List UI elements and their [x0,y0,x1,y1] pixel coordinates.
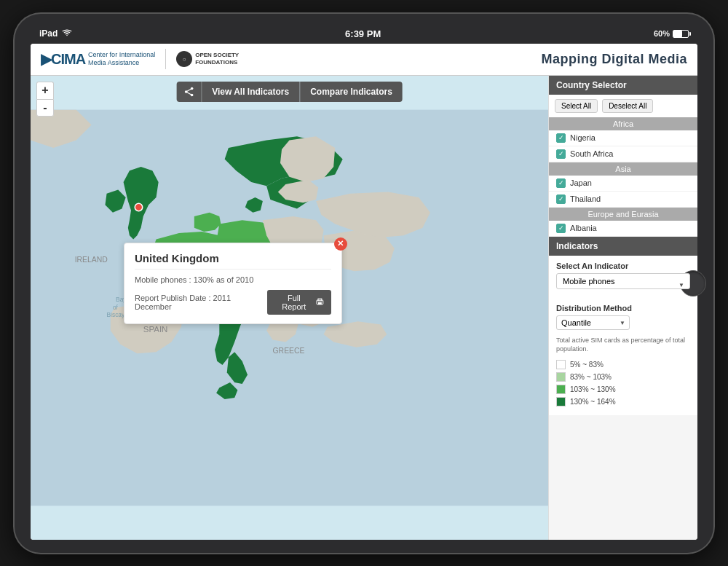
status-bar: iPad 6:39 PM 60% [31,27,697,44]
distribution-select-wrapper[interactable]: Quantile Equal Interval Natural Breaks [556,315,630,330]
legend-box-1 [556,372,566,382]
thailand-checkbox[interactable] [556,194,566,204]
popup-close-button[interactable]: ✕ [334,237,347,251]
wifi-icon [62,28,72,39]
svg-text:GREECE: GREECE [272,347,304,355]
distribution-label: Distribution Method [556,304,690,313]
distribution-select[interactable]: Quantile Equal Interval Natural Breaks [556,315,630,330]
battery-percent: 60% [654,29,670,38]
legend-label-0: 5% ~ 83% [570,361,604,369]
map-popup: ✕ United Kingdom Mobile phones : 130% as… [124,243,342,324]
logo-area: ▶CIMA Center for International Media Ass… [41,49,239,69]
cima-text: Center for International Media Assistanc… [88,51,155,67]
popup-date: Report Publish Date : 2011 December [135,294,267,311]
legend-item-3: 130% ~ 164% [556,397,690,406]
south-africa-checkbox[interactable] [556,149,566,159]
zoom-in-button[interactable]: + [36,82,54,99]
legend-box-3 [556,397,566,406]
region-header-asia: Asia [549,162,697,176]
country-item-south-africa[interactable]: South Africa [549,146,697,162]
svg-rect-18 [318,302,322,304]
zoom-controls: + - [36,82,54,117]
select-indicator-label: Select An Indicator [556,262,690,270]
svg-point-16 [135,203,142,211]
legend-box-0 [556,360,566,369]
country-selector-header: Country Selector [549,76,697,95]
svg-text:of: of [113,303,119,310]
legend-box-2 [556,385,566,394]
svg-text:Biscay: Biscay [107,311,125,318]
share-icon [183,87,194,97]
legend-label-3: 130% ~ 164% [570,398,616,406]
zoom-out-button[interactable]: - [36,99,54,117]
full-report-button[interactable]: Full Report [267,290,331,315]
osf-text: OPEN SOCIETY FOUNDATIONS [195,52,239,66]
svg-rect-19 [318,299,322,301]
ipad-frame: iPad 6:39 PM 60% ▶CIMA [15,14,713,553]
battery-icon [673,30,689,38]
ipad-screen: ▶CIMA Center for International Media Ass… [31,44,697,540]
country-name-japan: Japan [570,178,592,187]
indicator-select[interactable]: Mobile phones Internet users Broadband s… [556,273,690,289]
osf-logo: ○ OPEN SOCIETY FOUNDATIONS [176,51,239,67]
legend-item-1: 83% ~ 103% [556,372,690,382]
device-name: iPad [39,28,58,39]
indicator-select-wrapper[interactable]: Mobile phones Internet users Broadband s… [556,273,690,296]
osf-circle-icon: ○ [176,51,192,67]
region-header-europe: Europe and Eurasia [549,208,697,221]
selector-controls: Select All Deselect All [549,95,697,117]
status-left: iPad [39,28,72,39]
description-text: Total active SIM cards as percentage of … [556,336,690,354]
japan-checkbox[interactable] [556,178,566,188]
legend-label-1: 83% ~ 103% [570,373,612,381]
print-icon [316,298,324,306]
legend-label-2: 103% ~ 130% [570,385,616,393]
nigeria-checkbox[interactable] [556,133,566,143]
country-name-south-africa: South Africa [570,149,613,158]
right-sidebar: Country Selector Select All Deselect All… [548,76,697,540]
app-content: + - View All Indicators [31,76,697,540]
app-header: ▶CIMA Center for International Media Ass… [31,44,697,76]
cima-logo: ▶CIMA Center for International Media Ass… [41,50,155,68]
app-title: Mapping Digital Media [541,52,687,67]
country-item-thailand[interactable]: Thailand [549,192,697,208]
region-header-africa: Africa [549,117,697,130]
popup-country-name: United Kingdom [135,252,331,270]
deselect-all-button[interactable]: Deselect All [602,99,653,113]
svg-line-3 [186,88,191,92]
status-right: 60% [654,29,689,38]
country-item-japan[interactable]: Japan [549,176,697,192]
popup-stat: Mobile phones : 130% as of 2010 [135,275,331,284]
share-button[interactable] [176,82,201,102]
popup-footer: Report Publish Date : 2011 December Full… [135,290,331,315]
country-name-albania: Albania [570,224,597,232]
legend-item-0: 5% ~ 83% [556,360,690,369]
select-all-button[interactable]: Select All [555,99,598,113]
svg-line-4 [186,92,191,95]
country-item-albania[interactable]: Albania [549,221,697,237]
compare-indicators-button[interactable]: Compare Indicators [299,82,403,102]
map-toolbar: View All Indicators Compare Indicators [176,82,403,102]
albania-checkbox[interactable] [556,224,566,233]
map-area[interactable]: + - View All Indicators [31,76,548,540]
svg-text:IRELAND: IRELAND [75,255,108,263]
indicators-header: Indicators [549,237,697,256]
country-name-thailand: Thailand [570,194,601,203]
indicators-section: Indicators Select An Indicator Mobile ph… [549,237,697,415]
distribution-row: Quantile Equal Interval Natural Breaks [556,315,690,330]
country-name-nigeria: Nigeria [570,133,596,142]
view-all-indicators-button[interactable]: View All Indicators [201,82,299,102]
full-report-label: Full Report [274,294,313,311]
svg-text:SPAIN: SPAIN [143,324,168,333]
status-time: 6:39 PM [345,28,381,39]
legend-item-2: 103% ~ 130% [556,385,690,394]
country-item-nigeria[interactable]: Nigeria [549,130,697,146]
